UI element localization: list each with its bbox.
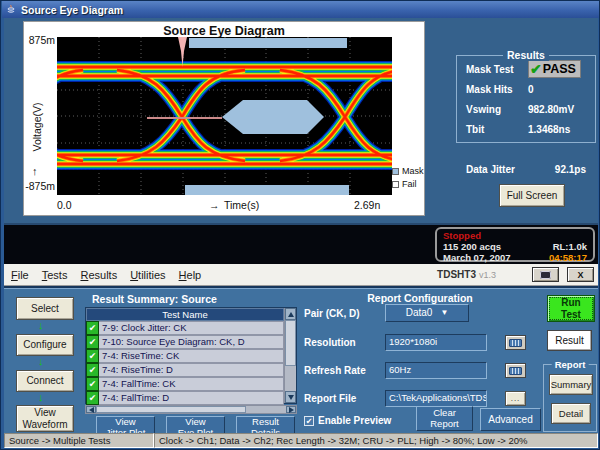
pair-label: Pair (CK, D) bbox=[304, 308, 360, 319]
result-summary-table: Test Name ✔ 7-9: Clock Jitter: CK ✔ 7-10… bbox=[85, 307, 297, 404]
button-line2: Test bbox=[561, 309, 581, 321]
test-name-column-header: Test Name bbox=[86, 308, 284, 321]
pass-check-icon: ✔ bbox=[86, 363, 99, 377]
app-window: Source Eye Diagram Source Eye Diagram 87… bbox=[0, 0, 600, 450]
chevron-down-icon: ▼ bbox=[440, 308, 448, 317]
y-axis-label: Voltage(V) bbox=[31, 87, 43, 167]
enable-preview-checkbox[interactable]: ✔ bbox=[304, 416, 314, 426]
button-line1: Result bbox=[252, 417, 279, 428]
scrollbar-thumb[interactable] bbox=[96, 406, 246, 413]
report-config-title: Report Configuration bbox=[300, 292, 540, 304]
table-row[interactable]: ✔ 7-4: RiseTime: D bbox=[86, 363, 284, 377]
tbit-row: Tbit 1.3468ns bbox=[457, 119, 595, 139]
report-file-label: Report File bbox=[304, 393, 356, 404]
app-switch-button[interactable] bbox=[532, 267, 559, 282]
pass-check-icon: ✔ bbox=[86, 391, 99, 405]
mask-hits-value: 0 bbox=[528, 84, 534, 95]
scrollbar-thumb[interactable] bbox=[285, 320, 296, 366]
scroll-left-button[interactable] bbox=[86, 406, 96, 413]
pass-check-icon: ✔ bbox=[530, 62, 542, 76]
full-screen-button[interactable]: Full Screen bbox=[499, 184, 565, 207]
select-button[interactable]: Select bbox=[16, 297, 74, 320]
vswing-value: 982.80mV bbox=[528, 104, 574, 115]
acquisition-status-box: Stopped 115 200 acqs RL:1.0k March 07, 2… bbox=[435, 227, 595, 262]
x-axis-arrow-icon: → bbox=[209, 199, 220, 211]
y-axis-min-label: -875m bbox=[24, 180, 55, 192]
scope-status-band: Stopped 115 200 acqs RL:1.0k March 07, 2… bbox=[4, 223, 598, 264]
data-jitter-value: 92.1ps bbox=[555, 164, 586, 175]
menu-tests[interactable]: Tests bbox=[42, 269, 68, 281]
workflow-arrow-icon: ↓ bbox=[38, 319, 44, 331]
table-row[interactable]: ✔ 7-4: FallTime: CK bbox=[86, 377, 284, 391]
table-row[interactable]: ✔ 7-9: Clock Jitter: CK bbox=[86, 321, 284, 335]
test-name: 7-4: RiseTime: D bbox=[99, 363, 284, 377]
connect-button[interactable]: Connect bbox=[16, 370, 74, 392]
detail-button[interactable]: Detail bbox=[551, 403, 591, 424]
eye-diagram-section: Source Eye Diagram 875m Voltage(V) ↑ -87… bbox=[4, 18, 598, 223]
run-test-button[interactable]: Run Test bbox=[547, 295, 595, 322]
configure-button[interactable]: Configure bbox=[16, 334, 74, 356]
pass-check-icon: ✔ bbox=[86, 349, 99, 363]
view-waveform-button[interactable]: View Waveform bbox=[16, 405, 74, 432]
date-time-row: March 07, 2007 04:58:17 bbox=[443, 252, 587, 263]
table-row[interactable]: ✔ 7-4: RiseTime: CK bbox=[86, 349, 284, 363]
pair-dropdown[interactable]: Data0 ▼ bbox=[385, 304, 469, 322]
vswing-label: Vswing bbox=[466, 104, 528, 115]
window-title: Source Eye Diagram bbox=[21, 4, 123, 16]
status-bar: Source -> Multiple Tests Clock -> Ch1; D… bbox=[4, 433, 598, 448]
button-line1: Run bbox=[561, 297, 580, 309]
table-row[interactable]: ✔ 7-4: FallTime: D bbox=[86, 391, 284, 405]
eye-diagram-panel: Source Eye Diagram 875m Voltage(V) ↑ -87… bbox=[23, 21, 425, 216]
workflow-arrow-icon: ↓ bbox=[38, 391, 44, 403]
close-button[interactable]: X bbox=[567, 267, 594, 282]
report-file-field[interactable]: C:\TekApplications\TDSHT bbox=[385, 390, 487, 407]
legend-mask-label: Mask bbox=[402, 166, 424, 176]
test-name: 7-10: Source Eye Diagram: CK, D bbox=[99, 335, 284, 349]
menu-utilities[interactable]: Utilities bbox=[130, 269, 165, 281]
refresh-rate-field[interactable]: 60Hz bbox=[385, 362, 487, 379]
enable-preview-row: ✔ Enable Preview bbox=[304, 415, 391, 426]
result-button[interactable]: Result bbox=[547, 330, 592, 351]
refresh-rate-keypad-button[interactable] bbox=[505, 363, 526, 378]
browse-button[interactable]: ... bbox=[505, 391, 526, 406]
resolution-field[interactable]: 1920*1080i bbox=[385, 334, 487, 351]
plot-legend: Mask Fail bbox=[392, 166, 424, 192]
menu-help[interactable]: Help bbox=[179, 269, 202, 281]
x-axis-min-label: 0.0 bbox=[57, 199, 72, 211]
record-length: RL:1.0k bbox=[553, 241, 587, 252]
title-bar[interactable]: Source Eye Diagram bbox=[2, 1, 599, 18]
view-waveform-line2: Waveform bbox=[22, 419, 67, 431]
arrow-right-icon bbox=[289, 407, 294, 413]
test-name: 7-4: RiseTime: CK bbox=[99, 349, 284, 363]
menu-results[interactable]: Results bbox=[80, 269, 117, 281]
clear-report-button[interactable]: Clear Report bbox=[416, 406, 473, 431]
scroll-right-button[interactable] bbox=[286, 406, 296, 413]
eye-diagram-plot[interactable] bbox=[57, 37, 392, 195]
table-row[interactable]: ✔ 7-10: Source Eye Diagram: CK, D bbox=[86, 335, 284, 349]
menu-file[interactable]: File bbox=[11, 269, 29, 281]
scrollbar-track[interactable] bbox=[285, 320, 296, 391]
vertical-scrollbar[interactable] bbox=[284, 308, 296, 403]
pair-value: Data0 bbox=[406, 307, 433, 319]
summary-button[interactable]: Summary bbox=[549, 374, 593, 395]
mask-hits-label: Mask Hits bbox=[466, 84, 528, 95]
horizontal-scrollbar[interactable] bbox=[85, 405, 297, 414]
view-waveform-line1: View bbox=[34, 407, 56, 419]
mask-hits-row: Mask Hits 0 bbox=[457, 79, 595, 99]
report-group-title: Report bbox=[552, 359, 589, 370]
button-line1: Clear bbox=[433, 408, 456, 419]
advanced-button[interactable]: Advanced bbox=[480, 408, 541, 431]
legend-fail: Fail bbox=[392, 179, 424, 189]
plot-title: Source Eye Diagram bbox=[24, 24, 424, 38]
resolution-keypad-button[interactable] bbox=[505, 335, 526, 350]
main-control-panel: Select ↓ Configure ↓ Connect ↓ View Wave… bbox=[4, 286, 598, 433]
pass-value: PASS bbox=[543, 62, 576, 76]
vswing-row: Vswing 982.80mV bbox=[457, 99, 595, 119]
fail-swatch-icon bbox=[392, 181, 399, 188]
button-line1: View bbox=[185, 417, 205, 428]
test-name: 7-4: FallTime: CK bbox=[99, 377, 284, 391]
keypad-icon bbox=[509, 367, 522, 375]
scroll-down-button[interactable] bbox=[285, 391, 296, 403]
enable-preview-label: Enable Preview bbox=[318, 415, 391, 426]
scroll-up-button[interactable] bbox=[285, 308, 296, 320]
